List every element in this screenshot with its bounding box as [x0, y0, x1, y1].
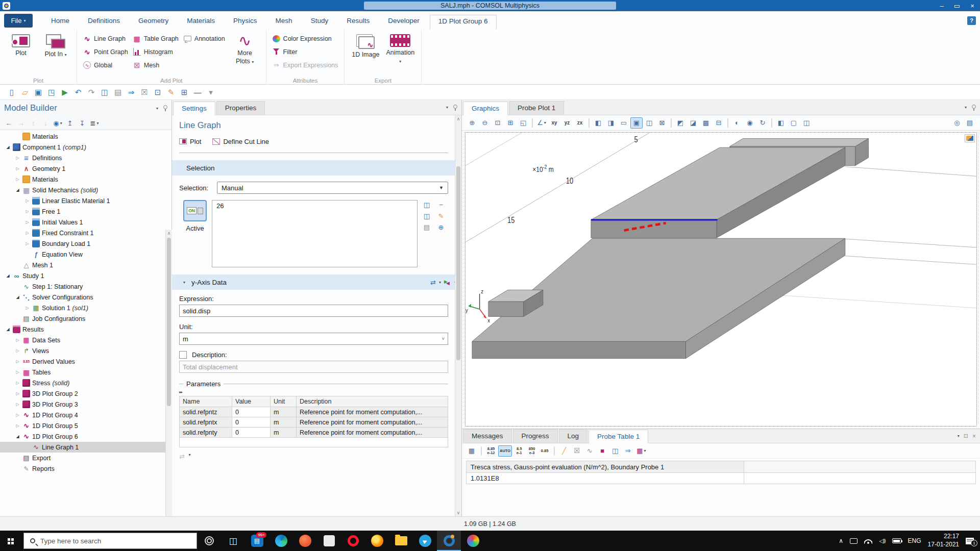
close-button[interactable]: × — [965, 0, 980, 11]
expander-icon[interactable] — [24, 306, 30, 310]
reset-view-button[interactable]: ↻ — [756, 117, 769, 129]
expander-icon[interactable] — [15, 348, 20, 353]
tree-item[interactable]: Linear Elastic Material 1 — [0, 195, 172, 206]
window-single-button[interactable]: ▢ — [788, 117, 800, 129]
toolbar-separator[interactable] — [671, 118, 672, 128]
plot-in-button[interactable]: Plot In ▾ — [41, 33, 70, 76]
close-panel-icon[interactable]: × — [972, 433, 976, 440]
param-value-cell[interactable]: 0 — [232, 407, 270, 417]
tree-item[interactable]: Boundary Load 1 — [0, 238, 172, 249]
surface-rendering-button[interactable]: ▣ — [630, 117, 643, 129]
select-box-button[interactable]: ◧ — [775, 117, 787, 129]
selection-list-item[interactable]: 26 — [216, 202, 224, 210]
mesh-plot-button[interactable]: Mesh — [133, 59, 179, 71]
toolbar-separator[interactable] — [727, 118, 728, 128]
action-center-icon[interactable]: 1 — [966, 538, 974, 544]
point-graph-button[interactable]: Point Graph — [83, 46, 128, 58]
hidden-icons-chevron[interactable]: ∧ — [839, 537, 843, 544]
tree-scrollbar[interactable]: ∧ ∨ — [165, 230, 172, 551]
file-menu-button[interactable]: File ▾ — [4, 14, 33, 28]
description-checkbox[interactable] — [179, 351, 187, 359]
clear-selection-button[interactable]: ✎ — [436, 211, 446, 220]
table-actions-icon[interactable]: ⇄ — [179, 453, 184, 460]
clip-plane-button[interactable]: ◐ — [731, 117, 743, 129]
param-value-cell[interactable]: 0 — [232, 417, 270, 427]
expander-icon[interactable] — [15, 413, 20, 417]
expander-icon[interactable] — [15, 402, 20, 407]
split-view-button[interactable]: ⊟ — [713, 117, 725, 129]
settings-tab[interactable]: Settings — [173, 102, 215, 115]
browser-app-icon[interactable] — [293, 531, 317, 551]
tree-item[interactable]: Equation View — [0, 249, 172, 260]
new-file-button[interactable]: ▯ — [5, 86, 18, 98]
pin-icon[interactable] — [452, 105, 457, 111]
3d-scene[interactable]: 5 10 15 ×10-2 m — [465, 133, 976, 426]
show-grid-button[interactable]: ◩ — [674, 117, 687, 129]
expander-icon[interactable] — [15, 423, 20, 428]
information-tab[interactable]: Probe Table 1 — [589, 430, 648, 443]
tree-item[interactable]: Data Sets — [0, 335, 172, 345]
ribbon-tab[interactable]: Results — [338, 14, 378, 27]
graphics-context-button[interactable] — [965, 134, 975, 142]
opera-icon[interactable] — [341, 531, 365, 551]
tree-item[interactable]: Reports — [0, 463, 172, 474]
expander-icon[interactable] — [15, 391, 20, 396]
expander-icon[interactable] — [15, 177, 20, 182]
scrollbar-thumb[interactable] — [456, 166, 460, 360]
panel-menu-icon[interactable]: ▾ — [965, 105, 967, 110]
probe-value-cell[interactable]: 1.0131E8 — [466, 473, 744, 484]
go-to-default-view-button[interactable]: ∠ — [535, 117, 548, 129]
information-tab[interactable]: Log — [559, 429, 588, 443]
panel-menu-icon[interactable]: ▾ — [958, 434, 960, 438]
create-selection-button[interactable]: ◫ — [422, 200, 432, 209]
color-expression-button[interactable]: Color Expression — [273, 33, 338, 44]
remove-from-selection-button[interactable]: − — [436, 200, 446, 209]
minimize-button[interactable]: – — [934, 0, 949, 11]
fit-window-button[interactable]: ◱ — [517, 117, 529, 129]
collapse-all-button[interactable]: ↥ — [64, 118, 76, 128]
import-button[interactable]: ⇒ — [125, 86, 138, 98]
zoom-extents-button[interactable]: ⊞ — [504, 117, 517, 129]
ribbon-tab[interactable]: 1D Plot Group 6 — [430, 15, 497, 30]
pin-icon[interactable] — [162, 105, 167, 111]
expander-icon[interactable] — [15, 381, 20, 385]
screenshot-button[interactable]: ◎ — [951, 117, 963, 129]
redo-button[interactable]: ↷ — [85, 86, 98, 98]
view-zx-button[interactable]: zx — [574, 117, 586, 129]
precision-engineering-button[interactable]: 8.5 e-1 — [513, 445, 525, 457]
tree-item[interactable]: Geometry 1 — [0, 163, 172, 174]
tree-item[interactable]: Mesh 1 — [0, 260, 172, 270]
zoom-to-selection-button[interactable]: ⊕ — [436, 222, 446, 232]
files-app-icon[interactable] — [317, 531, 341, 551]
battery-icon[interactable] — [892, 538, 901, 543]
expander-icon[interactable] — [24, 209, 30, 214]
firefox-icon[interactable] — [365, 531, 389, 551]
tree-item[interactable]: Derived Values — [0, 356, 172, 367]
information-tab[interactable]: Messages — [463, 429, 512, 443]
graphics-canvas[interactable]: 5 10 15 ×10-2 m — [465, 132, 977, 427]
tree-item[interactable]: 1D Plot Group 4 — [0, 410, 172, 420]
orientation-marker-button[interactable]: ◉ — [744, 117, 756, 129]
panel-menu-icon[interactable]: ▾ — [156, 106, 158, 111]
export-table-button[interactable]: ⇒ — [622, 445, 633, 457]
undo-button[interactable]: ↶ — [71, 86, 85, 98]
expander-icon[interactable] — [15, 188, 20, 192]
precision-auto-button[interactable]: AUTO — [498, 445, 512, 457]
chat-app-icon[interactable]: 99+ — [245, 531, 269, 551]
qat-more-button[interactable]: ▾ — [204, 86, 217, 98]
paste-button[interactable]: ▤ — [111, 86, 125, 98]
tree-item[interactable]: Free 1 — [0, 206, 172, 217]
tree-item[interactable]: Materials — [0, 174, 172, 185]
start-button[interactable] — [0, 531, 23, 551]
volume-icon[interactable] — [879, 538, 885, 544]
expander-icon[interactable] — [15, 295, 20, 299]
tree-item[interactable]: Solution 1 (sol1) — [0, 303, 172, 313]
tree-item[interactable]: Definitions — [0, 153, 172, 163]
show-legend-button[interactable]: ▩ — [700, 117, 712, 129]
view-xy-button[interactable]: xy — [548, 117, 560, 129]
tablet-mode-icon[interactable] — [850, 538, 857, 544]
define-cut-line-button[interactable]: Define Cut Line — [212, 138, 269, 145]
copy-table-button[interactable]: ◫ — [609, 445, 621, 457]
table-graph-button[interactable]: Table Graph — [133, 33, 179, 44]
task-view-icon[interactable] — [221, 531, 245, 551]
